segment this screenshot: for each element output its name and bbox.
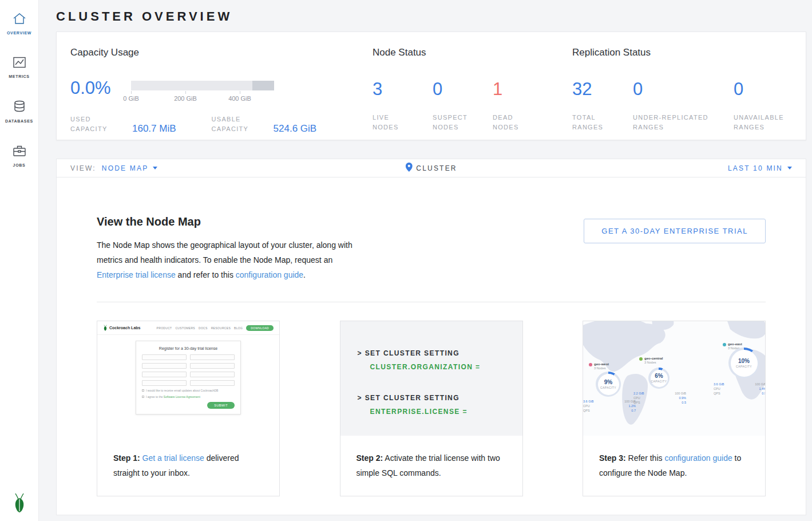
node-group-stats: 2.2 GiB100 GiB CPU0.9% QPS0.5 bbox=[633, 391, 686, 405]
node-map-preview: geo-west3 Nodes 9%CAPACITY 3.6 GiB100 Gi… bbox=[583, 321, 765, 436]
enterprise-trial-button[interactable]: GET A 30-DAY ENTERPRISE TRIAL bbox=[584, 219, 766, 243]
step-3-caption: Step 3: Refer this configuration guide t… bbox=[583, 436, 765, 480]
location-pin-icon bbox=[405, 163, 412, 173]
view-selector-dropdown[interactable]: NODE MAP bbox=[102, 164, 158, 172]
usable-capacity-stat: USABLE CAPACITY 524.6 GiB bbox=[212, 115, 317, 134]
step-2-card: > SET CLUSTER SETTING CLUSTER.ORGANIZATI… bbox=[340, 321, 523, 496]
enterprise-trial-license-link[interactable]: Enterprise trial license bbox=[97, 270, 176, 279]
suspect-nodes-stat: 0 SUSPECTNODES bbox=[433, 80, 493, 132]
app-window: OVERVIEW METRICS DATABASES JOBS bbox=[0, 0, 812, 521]
sidebar-item-jobs[interactable]: JOBS bbox=[0, 139, 38, 174]
time-range-dropdown[interactable]: LAST 10 MIN bbox=[728, 164, 792, 172]
dead-nodes-stat: 1 DEADNODES bbox=[493, 80, 553, 132]
node-group-stats: 3.6 GiB100 GiB CPU1.2% QPS0.7 bbox=[583, 399, 636, 413]
breadcrumb: CLUSTER bbox=[405, 163, 457, 173]
configuration-guide-link[interactable]: configuration guide bbox=[236, 270, 303, 279]
setup-steps-row: Cockroach Labs PRODUCT CUSTOMERS DOCS RE… bbox=[97, 321, 766, 496]
site-nav: PRODUCT CUSTOMERS DOCS RESOURCES BLOG DO… bbox=[157, 325, 274, 331]
node-status-title: Node Status bbox=[373, 47, 572, 58]
page-title: CLUSTER OVERVIEW bbox=[56, 0, 806, 31]
get-trial-license-link[interactable]: Get a trial license bbox=[142, 453, 204, 463]
used-capacity-value: 160.7 MiB bbox=[132, 124, 176, 134]
download-pill: DOWNLOAD bbox=[246, 325, 274, 331]
configuration-guide-link[interactable]: configuration guide bbox=[664, 453, 732, 463]
replication-status-section: Replication Status 32 TOTALRANGES 0 UNDE… bbox=[572, 47, 792, 140]
main-content: CLUSTER OVERVIEW Capacity Usage 0.0% 0 G… bbox=[39, 0, 812, 521]
live-nodes-stat: 3 LIVENODES bbox=[373, 80, 433, 132]
node-group-dot bbox=[723, 343, 726, 346]
used-capacity-stat: USED CAPACITY 160.7 MiB bbox=[70, 115, 176, 134]
step-2-caption: Step 2: Activate the trial license with … bbox=[340, 436, 522, 480]
cockroach-labs-logo: Cockroach Labs bbox=[103, 325, 140, 331]
capacity-gauge: 6%CAPACITY bbox=[648, 368, 670, 389]
step-3-card: geo-west3 Nodes 9%CAPACITY 3.6 GiB100 Gi… bbox=[583, 321, 766, 496]
sidebar: OVERVIEW METRICS DATABASES JOBS bbox=[0, 0, 39, 521]
axis-tick: 200 GiB bbox=[174, 95, 197, 102]
node-map-title: View the Node Map bbox=[97, 215, 417, 228]
sidebar-item-databases[interactable]: DATABASES bbox=[0, 94, 38, 130]
trial-registration-form: Register for a 30-day trial license I wo… bbox=[136, 341, 241, 415]
step-1-card: Cockroach Labs PRODUCT CUSTOMERS DOCS RE… bbox=[97, 321, 280, 496]
cockroachdb-logo-icon bbox=[0, 492, 39, 513]
axis-tick: 400 GiB bbox=[228, 95, 251, 102]
under-replicated-ranges-stat: 0 UNDER-REPLICATEDRANGES bbox=[633, 80, 734, 132]
sidebar-item-overview[interactable]: OVERVIEW bbox=[0, 7, 38, 42]
sidebar-item-label: OVERVIEW bbox=[7, 31, 31, 35]
breadcrumb-label: CLUSTER bbox=[416, 164, 457, 172]
node-group-label: geo-west3 Nodes bbox=[589, 362, 609, 370]
capacity-used-percent: 0.0% bbox=[70, 79, 131, 97]
total-ranges-stat: 32 TOTALRANGES bbox=[572, 80, 633, 132]
axis-tick: 0 GiB bbox=[123, 95, 139, 102]
capacity-bar-chart: 0 GiB 200 GiB 400 GiB bbox=[131, 81, 274, 105]
capacity-gauge: 10%CAPACITY bbox=[728, 348, 759, 378]
step-1-caption: Step 1: Get a trial license delivered st… bbox=[97, 436, 279, 480]
capacity-gauge: 9%CAPACITY bbox=[596, 372, 621, 397]
node-group-dot bbox=[639, 357, 643, 361]
metrics-icon bbox=[13, 57, 26, 70]
trial-signup-screenshot: Cockroach Labs PRODUCT CUSTOMERS DOCS RE… bbox=[97, 321, 279, 436]
chevron-down-icon bbox=[153, 167, 157, 169]
view-label: VIEW: bbox=[70, 164, 96, 172]
sidebar-item-metrics[interactable]: METRICS bbox=[0, 51, 38, 85]
submit-pill: SUBMIT bbox=[207, 402, 235, 409]
chevron-down-icon bbox=[787, 167, 792, 169]
jobs-icon bbox=[13, 145, 26, 159]
usable-capacity-value: 524.6 GiB bbox=[274, 124, 317, 134]
view-toolbar: VIEW: NODE MAP CLUSTER LAST 10 MIN bbox=[56, 159, 806, 177]
sql-code-block: > SET CLUSTER SETTING CLUSTER.ORGANIZATI… bbox=[340, 321, 522, 436]
node-group-stats: 3.6 GiB100 GiB CPU1.4% QPS0.9 bbox=[714, 382, 765, 396]
databases-icon bbox=[13, 100, 26, 115]
node-map-description: The Node Map shows the geographical layo… bbox=[97, 238, 358, 282]
sidebar-item-label: DATABASES bbox=[5, 119, 33, 123]
section-divider bbox=[97, 302, 766, 302]
node-group-dot bbox=[589, 363, 592, 366]
capacity-usage-section: Capacity Usage 0.0% 0 GiB 200 GiB 400 Gi… bbox=[70, 47, 373, 140]
home-icon bbox=[13, 13, 26, 27]
capacity-bar bbox=[131, 81, 274, 90]
node-map-panel: View the Node Map The Node Map shows the… bbox=[56, 177, 806, 515]
node-group-label: geo-central3 Nodes bbox=[639, 357, 663, 365]
node-status-section: Node Status 3 LIVENODES 0 SUSPECTNODES 1… bbox=[373, 47, 572, 140]
unavailable-ranges-stat: 0 UNAVAILABLERANGES bbox=[734, 80, 784, 132]
sidebar-item-label: METRICS bbox=[9, 74, 29, 78]
capacity-usage-title: Capacity Usage bbox=[70, 47, 373, 58]
replication-status-title: Replication Status bbox=[572, 47, 792, 58]
cluster-summary-card: Capacity Usage 0.0% 0 GiB 200 GiB 400 Gi… bbox=[56, 31, 806, 140]
sidebar-item-label: JOBS bbox=[13, 163, 26, 167]
